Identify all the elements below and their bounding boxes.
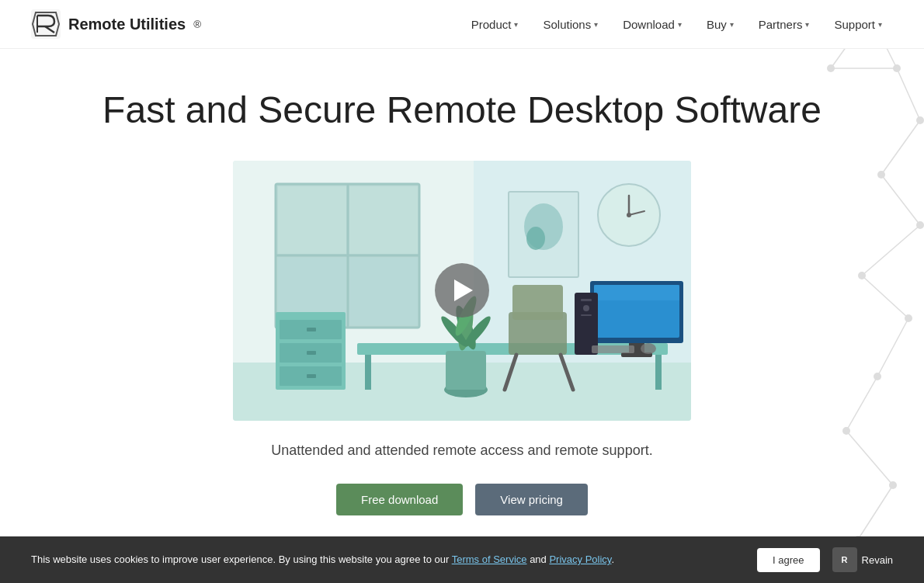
svg-point-46 — [627, 213, 631, 217]
download-chevron-icon: ▾ — [678, 20, 682, 29]
cookie-text: This website uses cookies to improve use… — [31, 552, 742, 567]
svg-rect-77 — [592, 345, 634, 353]
buy-chevron-icon: ▾ — [730, 20, 734, 29]
play-icon — [454, 279, 473, 301]
main-content: Fast and Secure Remote Desktop Software — [0, 49, 924, 539]
svg-point-41 — [526, 227, 545, 250]
svg-rect-37 — [349, 258, 418, 325]
revain-badge: R Revain — [832, 547, 893, 572]
main-nav: Product ▾ Solutions ▾ Download ▾ Buy ▾ P… — [460, 12, 893, 37]
nav-item-download[interactable]: Download ▾ — [612, 12, 693, 37]
svg-rect-65 — [512, 285, 563, 320]
cta-button-group: Free download View pricing — [336, 484, 588, 515]
nav-item-buy[interactable]: Buy ▾ — [696, 12, 745, 37]
logo[interactable]: Remote Utilities® — [31, 9, 201, 39]
view-pricing-button[interactable]: View pricing — [475, 484, 588, 515]
svg-rect-34 — [278, 186, 346, 254]
cookie-message-text: This website uses cookies to improve use… — [31, 554, 452, 565]
logo-icon — [31, 9, 61, 39]
svg-rect-76 — [581, 314, 592, 316]
revain-icon: R — [832, 547, 857, 572]
solutions-chevron-icon: ▾ — [594, 20, 598, 29]
svg-rect-49 — [655, 355, 662, 390]
logo-sup: ® — [193, 19, 201, 30]
privacy-policy-link[interactable]: Privacy Policy — [549, 554, 611, 565]
svg-rect-70 — [594, 285, 679, 300]
svg-rect-58 — [446, 351, 486, 390]
svg-point-78 — [641, 343, 656, 354]
nav-item-partners[interactable]: Partners ▾ — [748, 12, 821, 37]
logo-text: Remote Utilities — [68, 16, 186, 33]
cookie-and-text: and — [527, 554, 550, 565]
svg-rect-55 — [307, 351, 316, 355]
hero-subtitle: Unattended and attended remote access an… — [271, 442, 652, 459]
svg-rect-54 — [307, 328, 316, 331]
support-chevron-icon: ▾ — [878, 20, 882, 29]
terms-of-service-link[interactable]: Terms of Service — [452, 554, 527, 565]
video-play-button[interactable] — [435, 263, 489, 318]
product-chevron-icon: ▾ — [514, 20, 518, 29]
hero-title: Fast and Secure Remote Desktop Software — [102, 88, 822, 133]
nav-item-solutions[interactable]: Solutions ▾ — [532, 12, 609, 37]
svg-rect-48 — [365, 355, 371, 390]
cookie-period: . — [611, 554, 614, 565]
nav-item-support[interactable]: Support ▾ — [823, 12, 893, 37]
svg-rect-56 — [307, 374, 316, 378]
cookie-agree-button[interactable]: I agree — [757, 548, 819, 572]
partners-chevron-icon: ▾ — [805, 20, 809, 29]
free-download-button[interactable]: Free download — [336, 484, 463, 515]
video-background — [233, 161, 691, 421]
revain-label: Revain — [862, 554, 893, 566]
video-thumbnail[interactable] — [233, 161, 691, 421]
svg-rect-35 — [349, 186, 418, 254]
nav-item-product[interactable]: Product ▾ — [460, 12, 530, 37]
header: Remote Utilities® Product ▾ Solutions ▾ … — [0, 0, 924, 49]
svg-point-75 — [583, 305, 589, 311]
cookie-banner: This website uses cookies to improve use… — [0, 536, 924, 583]
svg-rect-74 — [581, 299, 592, 301]
